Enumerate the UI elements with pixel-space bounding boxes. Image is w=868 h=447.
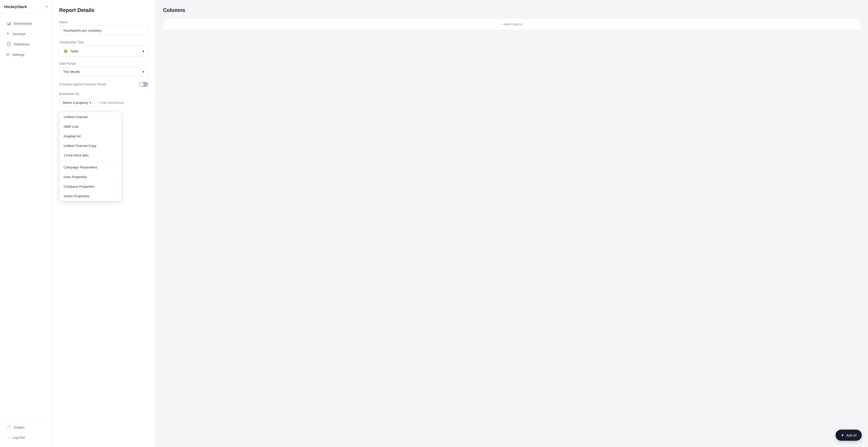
- main-content: Report Details Name Visualization Type ⊞…: [52, 0, 868, 447]
- vis-type-chevron-icon: ▾: [143, 49, 144, 53]
- breakdown-select[interactable]: Select a property ▾: [59, 98, 95, 107]
- sidebar-item-logout[interactable]: →Log Out: [2, 433, 50, 442]
- columns-title: Columns: [163, 7, 861, 13]
- date-range-label: Date Range: [59, 62, 148, 65]
- date-range-group: Date Range This Month ▾: [59, 62, 148, 76]
- dropdown-item-label-campaign-parameters: Campaign Parameters: [64, 165, 97, 169]
- ask-ai-icon: ✦: [841, 433, 844, 438]
- dropdown-item-chevron-user-properties: ›: [116, 175, 117, 179]
- date-range-value: This Month: [63, 70, 80, 74]
- dropdown-item-action-properties[interactable]: Action Properties›: [59, 191, 121, 201]
- sidebar-logo[interactable]: HockeyStack ▾: [0, 0, 52, 14]
- report-panel-title: Report Details: [59, 7, 148, 13]
- breakdown-section: Breakdown By Select a property ▾ + Add b…: [59, 92, 148, 107]
- name-label: Name: [59, 21, 148, 24]
- compare-toggle-row: Compare Against Previous Period: [59, 82, 148, 87]
- sidebar-item-settings[interactable]: ⚙Settings: [2, 50, 50, 59]
- logout-icon: →: [6, 435, 10, 440]
- name-group: Name: [59, 21, 148, 35]
- sidebar: HockeyStack ▾ 📊Dashboards✈Journeys📋Defin…: [0, 0, 52, 447]
- name-input[interactable]: [59, 26, 148, 35]
- dropdown-item-label-keyplay-list: Keyplay list: [64, 134, 81, 138]
- settings-icon: ⚙: [6, 52, 10, 57]
- add-breakdown-button[interactable]: + Add breakdown: [98, 101, 124, 105]
- dropdown-item-chevron-campaign-parameters: ›: [116, 166, 117, 169]
- table-icon: ⊞: [63, 49, 68, 54]
- ask-ai-label: Ask AI: [846, 433, 857, 437]
- breakdown-controls: Select a property ▾ + Add breakdown: [59, 98, 148, 107]
- dropdown-item-label-unified-channel: Unified Channel: [64, 115, 88, 119]
- definitions-icon: 📋: [6, 42, 11, 46]
- guides-icon: 📄: [6, 425, 11, 429]
- sidebar-label-journeys: Journeys: [12, 32, 26, 36]
- sidebar-label-definitions: Definitions: [14, 42, 30, 46]
- sidebar-label-settings: Settings: [12, 53, 24, 57]
- dropdown-item-unified-channel-copy[interactable]: Unified Channel Copy: [59, 141, 121, 151]
- dropdown-item-unified-channel[interactable]: Unified Channel: [59, 112, 121, 122]
- dropdown-item-label-unified-channel-copy: Unified Channel Copy: [64, 144, 96, 148]
- dropdown-item-label-user-properties: User Properties: [64, 175, 87, 179]
- dashboards-icon: 📊: [6, 21, 11, 26]
- breakdown-select-value: Select a property: [63, 101, 88, 105]
- sidebar-bottom: 📄Guides→Log Out: [0, 417, 52, 447]
- vis-type-left: ⊞ Table: [63, 49, 79, 54]
- date-range-chevron-icon: ▾: [143, 70, 144, 74]
- dropdown-item-chevron-action-properties: ›: [116, 195, 117, 198]
- compare-label: Compare Against Previous Period: [59, 83, 106, 86]
- logo-chevron-icon: ▾: [46, 5, 48, 8]
- sidebar-nav: 📊Dashboards✈Journeys📋Definitions⚙Setting…: [0, 14, 52, 417]
- dropdown-item-company-properties[interactable]: Company Properties›: [59, 182, 121, 191]
- vis-type-label: Visualization Type: [59, 40, 148, 44]
- date-range-select[interactable]: This Month ▾: [59, 67, 148, 76]
- dropdown-item-1few-0424[interactable]: 1:Few 0424 abm: [59, 151, 121, 160]
- dropdown-item-label-company-properties: Company Properties: [64, 185, 94, 188]
- vis-type-value: Table: [70, 49, 79, 53]
- add-column-label: + Add Column: [501, 22, 523, 26]
- dropdown-item-label-abm-lists: ABM Lists: [64, 125, 79, 128]
- add-column-button[interactable]: + Add Column: [163, 19, 861, 30]
- sidebar-label-dashboards: Dashboards: [14, 22, 32, 26]
- dropdown-item-label-1few-0424: 1:Few 0424 abm: [64, 153, 89, 157]
- sidebar-label-logout: Log Out: [13, 436, 25, 440]
- dropdown-item-user-properties[interactable]: User Properties›: [59, 172, 121, 182]
- sidebar-item-journeys[interactable]: ✈Journeys: [2, 29, 50, 39]
- report-panel: Report Details Name Visualization Type ⊞…: [52, 0, 156, 447]
- ask-ai-button[interactable]: ✦ Ask AI: [836, 429, 862, 441]
- journeys-icon: ✈: [6, 31, 10, 36]
- breakdown-label: Breakdown By: [59, 92, 148, 96]
- logo-text: HockeyStack: [4, 5, 27, 9]
- compare-toggle[interactable]: [139, 82, 148, 87]
- sidebar-item-definitions[interactable]: 📋Definitions: [2, 39, 50, 49]
- dropdown-item-chevron-company-properties: ›: [116, 185, 117, 188]
- dropdown-item-label-action-properties: Action Properties: [64, 194, 89, 198]
- columns-panel: Columns + Add Column: [156, 0, 868, 447]
- sidebar-item-guides[interactable]: 📄Guides: [2, 422, 50, 432]
- sidebar-label-guides: Guides: [14, 425, 24, 429]
- breakdown-select-chevron-icon: ▾: [90, 101, 91, 105]
- dropdown-item-campaign-parameters[interactable]: Campaign Parameters›: [59, 162, 121, 172]
- dropdown-item-abm-lists[interactable]: ABM Lists: [59, 122, 121, 131]
- vis-type-select[interactable]: ⊞ Table ▾: [59, 46, 148, 57]
- vis-type-group: Visualization Type ⊞ Table ▾: [59, 40, 148, 57]
- dropdown-item-keyplay-list[interactable]: Keyplay list: [59, 131, 121, 141]
- property-dropdown: Unified ChannelABM ListsKeyplay listUnif…: [59, 112, 122, 201]
- sidebar-item-dashboards[interactable]: 📊Dashboards: [2, 19, 50, 28]
